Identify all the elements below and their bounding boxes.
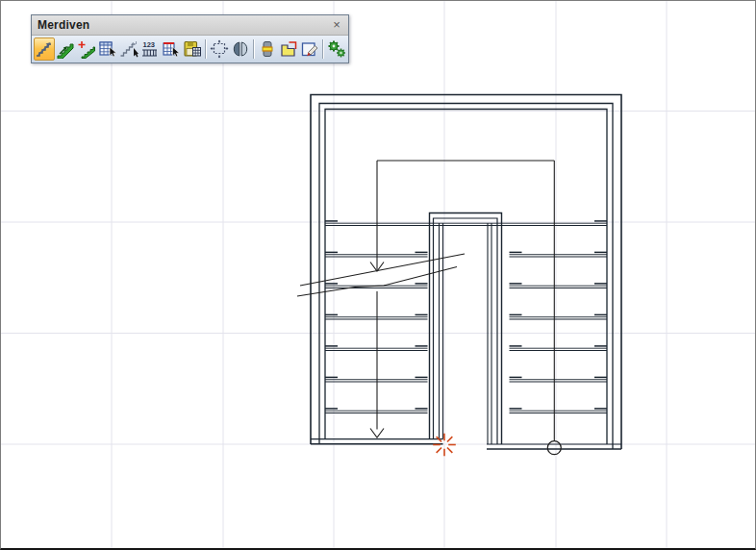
stair-mirror-button[interactable] xyxy=(230,38,251,61)
stair-flight-button[interactable] xyxy=(55,38,76,61)
stair-draw-icon xyxy=(35,39,54,59)
stair-table-pick-icon xyxy=(98,39,117,59)
toolbar-separator xyxy=(253,39,255,59)
stair-plan-outline-button[interactable] xyxy=(278,38,299,61)
toolbar-title: Merdiven xyxy=(38,18,89,32)
stair-mirror-icon xyxy=(231,39,250,59)
stair-section-button[interactable] xyxy=(257,38,278,61)
stair-edit-button[interactable] xyxy=(299,38,320,61)
stair-region-pick-icon xyxy=(162,39,181,59)
stair-edit-icon xyxy=(300,39,319,59)
drawing-canvas[interactable] xyxy=(1,1,755,548)
close-icon[interactable]: × xyxy=(330,19,343,31)
toolbar-titlebar[interactable]: Merdiven × xyxy=(32,15,348,36)
stair-flight-icon xyxy=(56,39,75,59)
stair-plan-drawing[interactable] xyxy=(297,95,621,455)
stair-extents-button[interactable] xyxy=(209,38,230,61)
stair-plan-outline-icon xyxy=(279,39,298,59)
toolbar-separator xyxy=(322,39,324,59)
svg-text:123: 123 xyxy=(143,40,156,49)
stair-numbering-button[interactable]: 123 xyxy=(139,38,161,61)
stair-pick-icon xyxy=(119,39,139,59)
stair-extents-icon xyxy=(210,39,229,59)
stair-flight-add-icon xyxy=(77,39,96,59)
stair-settings-icon xyxy=(327,39,346,59)
toolbar-iconrow: 123 xyxy=(32,36,348,62)
stair-region-pick-button[interactable] xyxy=(161,38,182,61)
app-window: Merdiven × xyxy=(0,0,756,550)
stair-flight-add-button[interactable] xyxy=(76,38,97,61)
stair-save-button[interactable] xyxy=(182,38,203,61)
stair-table-pick-button[interactable] xyxy=(97,38,118,61)
stair-settings-button[interactable] xyxy=(326,38,347,61)
grid xyxy=(1,1,755,548)
stair-numbering-icon: 123 xyxy=(140,39,160,59)
stair-draw-button[interactable] xyxy=(34,38,55,61)
stair-save-icon xyxy=(183,39,202,59)
stair-section-icon xyxy=(258,39,277,59)
merdiven-toolbar: Merdiven × xyxy=(31,14,349,63)
stair-pick-button[interactable] xyxy=(118,38,139,61)
walkline-start-circle xyxy=(547,441,561,455)
toolbar-separator xyxy=(205,39,207,59)
